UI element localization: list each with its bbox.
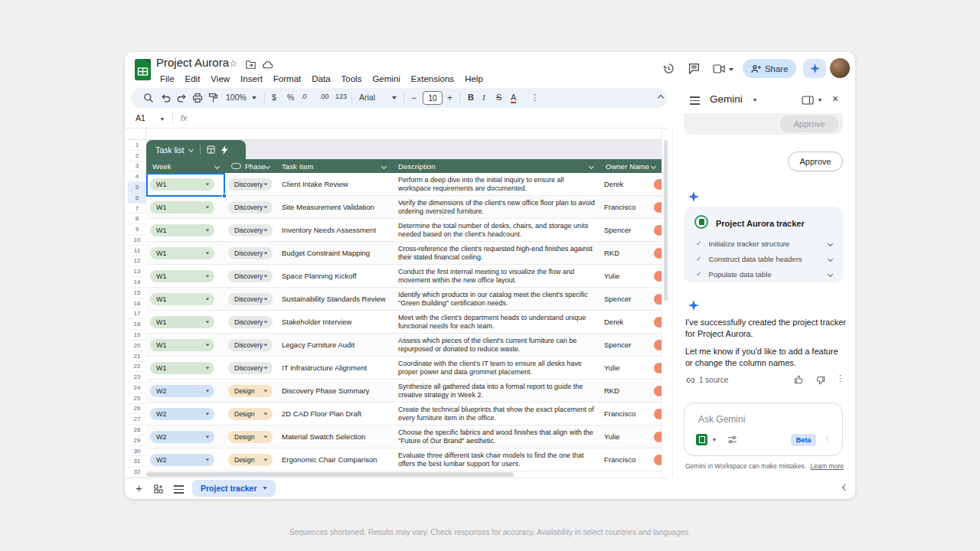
row-header-23[interactable]: 23	[128, 372, 146, 383]
row-header-15[interactable]: 15	[128, 288, 146, 298]
name-box-dropdown-arrow[interactable]	[160, 118, 164, 120]
number-format-.0[interactable]: .0	[301, 93, 307, 100]
week-chip[interactable]: W1	[150, 339, 214, 351]
name-box[interactable]: A1	[136, 113, 145, 122]
row-header-25[interactable]: 25	[128, 393, 146, 404]
sheet-list-menu-icon[interactable]	[174, 485, 184, 494]
context-sheets-icon[interactable]	[696, 434, 707, 445]
owner-cell[interactable]: RKD	[604, 380, 652, 403]
tracker-card[interactable]: Project Aurora tracker ✓Initialize track…	[684, 207, 843, 283]
meet-dropdown-arrow[interactable]	[729, 68, 733, 71]
phase-chip[interactable]: Discovery	[228, 201, 273, 214]
all-sheets-icon[interactable]	[154, 484, 164, 494]
paint-format-icon[interactable]	[208, 93, 218, 103]
menu-item-extensions[interactable]: Extensions	[406, 73, 459, 85]
row-header-3[interactable]: 3	[128, 161, 146, 172]
column-header-chevron[interactable]	[265, 164, 270, 169]
sheet-tab-project-tracker[interactable]: Project tracker	[192, 480, 276, 497]
row-header-1[interactable]: 1	[128, 140, 146, 151]
week-chip[interactable]: W1	[150, 362, 214, 374]
owner-cell[interactable]: Spencer	[604, 288, 652, 311]
add-sheet-button[interactable]: +	[136, 481, 142, 494]
search-icon[interactable]	[143, 93, 154, 103]
meet-video-icon[interactable]	[713, 64, 725, 73]
description-cell[interactable]: Verify the dimensions of the client's ne…	[398, 199, 599, 216]
description-cell[interactable]: Identify which products in our catalog m…	[398, 291, 599, 308]
thumbs-down-icon[interactable]	[815, 376, 825, 386]
sheet-tab-menu-arrow[interactable]	[263, 487, 266, 489]
tracker-step[interactable]: ✓Construct data table headers	[684, 251, 843, 266]
task-item-cell[interactable]: Discovery Phase Summary	[282, 380, 394, 403]
source-count[interactable]: 1 source	[699, 376, 728, 384]
step-expand-chevron[interactable]	[828, 256, 833, 261]
task-item-cell[interactable]: Material Swatch Selection	[282, 425, 394, 448]
gemini-spark-button[interactable]	[803, 59, 826, 78]
table-column-header-owner-name[interactable]: Owner Name	[599, 159, 668, 173]
owner-cell[interactable]: RKD	[604, 242, 652, 265]
text-color-button[interactable]: A	[511, 93, 516, 103]
row-header-29[interactable]: 29	[128, 435, 146, 446]
font-dropdown-arrow[interactable]	[392, 96, 397, 99]
table-column-header-week[interactable]: Week	[146, 159, 225, 173]
number-format-.00[interactable]: .00	[319, 93, 329, 100]
row-header-14[interactable]: 14	[128, 277, 146, 288]
description-cell[interactable]: Conduct the first internal meeting to vi…	[398, 268, 599, 285]
owner-cell[interactable]: Yulie	[604, 265, 652, 288]
row-header-28[interactable]: 28	[128, 425, 146, 435]
gemini-title-dropdown-arrow[interactable]	[753, 99, 756, 101]
row-header-9[interactable]: 9	[128, 224, 146, 235]
description-cell[interactable]: Determine the total number of desks, cha…	[398, 222, 599, 239]
table-column-header-phase[interactable]: Phase	[225, 159, 276, 173]
star-icon[interactable]: ☆	[229, 58, 237, 69]
document-title[interactable]: Project Aurora	[156, 56, 229, 69]
phase-chip[interactable]: Design	[228, 385, 273, 397]
approve-button[interactable]: Approve	[788, 152, 843, 171]
table-column-header-description[interactable]: Description	[392, 159, 599, 173]
description-cell[interactable]: Assess which pieces of the client's curr…	[398, 337, 599, 354]
gemini-menu-icon[interactable]	[690, 96, 700, 105]
message-more-icon[interactable]: ⋮	[836, 373, 844, 383]
description-cell[interactable]: Perform a deep dive into the initial inq…	[398, 176, 599, 193]
owner-cell[interactable]: Yulie	[604, 357, 652, 380]
description-cell[interactable]: Evaluate three different task chair mode…	[398, 452, 599, 468]
description-cell[interactable]: Meet with the client's department heads …	[398, 314, 599, 331]
panel-position-dropdown-arrow[interactable]	[818, 99, 822, 101]
row-header-27[interactable]: 27	[128, 414, 146, 425]
row-header-6[interactable]: 6	[128, 193, 146, 204]
owner-cell[interactable]: Francisco	[604, 448, 652, 471]
number-format-$[interactable]: $	[272, 93, 276, 102]
row-header-12[interactable]: 12	[128, 256, 146, 267]
task-item-cell[interactable]: Sustainability Standards Review	[282, 288, 394, 311]
description-cell[interactable]: Choose the specific fabrics and wood fin…	[398, 429, 599, 445]
task-item-cell[interactable]: IT Infrastructure Alignment	[282, 357, 394, 380]
number-format-123[interactable]: 123	[335, 93, 347, 100]
increase-font-button[interactable]: +	[447, 93, 452, 103]
week-chip[interactable]: W2	[150, 431, 214, 443]
toolbar-more-button[interactable]: ⋮	[531, 93, 539, 103]
phase-chip[interactable]: Design	[228, 454, 273, 466]
column-header-chevron[interactable]	[651, 163, 656, 168]
select-all-corner[interactable]	[128, 129, 146, 140]
column-header-chevron[interactable]	[589, 163, 594, 168]
menu-item-file[interactable]: File	[155, 73, 180, 85]
row-header-32[interactable]: 32	[128, 467, 146, 478]
description-cell[interactable]: Coordinate with the client's IT team to …	[398, 360, 599, 377]
week-chip[interactable]: W1	[150, 224, 214, 236]
italic-button[interactable]: I	[482, 93, 485, 102]
row-header-7[interactable]: 7	[128, 204, 146, 214]
zoom-select[interactable]: 100%	[226, 93, 247, 102]
row-header-20[interactable]: 20	[128, 341, 146, 351]
menu-item-data[interactable]: Data	[306, 73, 335, 85]
tracker-step[interactable]: ✓Populate data table	[684, 266, 843, 282]
zoom-dropdown-arrow[interactable]	[252, 96, 256, 99]
menu-item-format[interactable]: Format	[268, 73, 306, 85]
row-header-8[interactable]: 8	[128, 214, 146, 224]
task-item-cell[interactable]: Ergonomic Chair Comparison	[282, 448, 394, 471]
ask-gemini-input[interactable]: Ask Gemini Beta ↑	[684, 403, 843, 456]
week-chip[interactable]: W2	[150, 385, 214, 397]
week-chip[interactable]: W2	[150, 408, 214, 420]
context-dropdown-arrow[interactable]	[712, 439, 716, 441]
phase-chip[interactable]: Discovery	[228, 224, 273, 236]
account-avatar[interactable]	[830, 58, 850, 78]
close-panel-icon[interactable]: ×	[832, 93, 838, 105]
